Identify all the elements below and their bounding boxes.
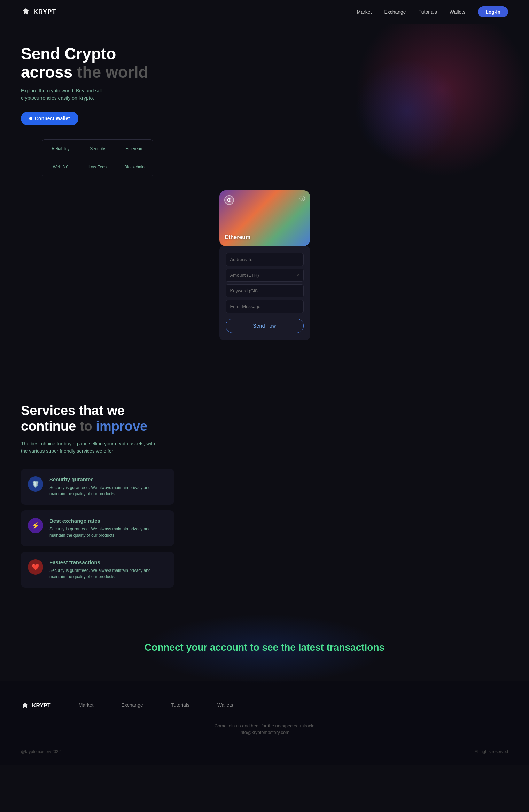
services-section: Services that we continue to improve The… xyxy=(0,375,529,614)
services-title-continue: continue xyxy=(21,419,80,434)
footer: KRYPT Market Exchange Tutorials Wallets … xyxy=(0,681,529,765)
ethereum-card: ⓘ Ethereum xyxy=(219,190,310,246)
nav-links: Market Exchange Tutorials Wallets Log-In xyxy=(357,6,508,17)
footer-logo-text: KRYPT xyxy=(32,703,51,709)
logo-text: KRYPT xyxy=(33,8,56,16)
footer-center: Come join us and hear for the unexpected… xyxy=(21,723,508,735)
hero-bg-glow-pink xyxy=(355,24,529,177)
send-now-button[interactable]: Send now xyxy=(226,319,304,333)
services-title-we: we xyxy=(107,403,125,418)
feature-grid: Reliability Security Ethereum Web 3.0 Lo… xyxy=(42,139,153,176)
nav-wallets[interactable]: Wallets xyxy=(450,9,465,15)
services-title-to: to xyxy=(80,419,96,434)
logo-icon xyxy=(21,8,31,16)
feature-cell-ethereum: Ethereum xyxy=(116,140,153,158)
cta-text: Connect your account to see the latest t… xyxy=(21,642,508,653)
service-desc-exchange: Security is guranteed. We always maintai… xyxy=(49,526,167,538)
amount-input[interactable] xyxy=(226,269,304,282)
footer-bottom: @kryptomastery2022 All rights reserved xyxy=(21,749,508,754)
service-icon-exchange: ⚡ xyxy=(28,518,43,533)
hero-bg-glow-blue xyxy=(355,59,459,163)
connect-wallet-label: Connect Wallet xyxy=(35,116,70,121)
login-button[interactable]: Log-In xyxy=(478,6,508,17)
service-card-exchange: ⚡ Best exchange rates Security is gurant… xyxy=(21,510,174,546)
footer-divider xyxy=(21,742,508,742)
services-title: Services that we continue to improve xyxy=(21,403,188,435)
services-title-normal: Services that xyxy=(21,403,107,418)
footer-logo-icon xyxy=(21,702,29,709)
hero-title-line2-dim: the world xyxy=(77,63,148,81)
amount-icon: ✕ xyxy=(297,273,300,277)
cta-section: Connect your account to see the latest t… xyxy=(0,614,529,681)
services-title-improve: improve xyxy=(96,419,147,434)
send-form: ✕ Send now xyxy=(219,246,310,340)
footer-link-exchange[interactable]: Exchange xyxy=(121,702,143,708)
eth-card-avatar-icon xyxy=(224,195,234,205)
footer-tagline: Come join us and hear for the unexpected… xyxy=(21,723,508,728)
footer-link-tutorials[interactable]: Tutorials xyxy=(171,702,189,708)
feature-cell-security: Security xyxy=(79,140,116,158)
nav-exchange[interactable]: Exchange xyxy=(384,9,406,15)
feature-cell-blockchain: Blockchain xyxy=(116,158,153,176)
footer-email: info@kryptomastery.com xyxy=(21,730,508,735)
hero-section: Send Crypto across the world Explore the… xyxy=(0,24,529,375)
service-card-transactions: ❤️ Fastest transactions Security is gura… xyxy=(21,552,174,588)
eth-card-label: Ethereum xyxy=(225,234,251,240)
services-subtitle: The best choice for buying and selling y… xyxy=(21,440,160,455)
hero-title: Send Crypto across the world xyxy=(21,45,202,82)
nav-tutorials[interactable]: Tutorials xyxy=(419,9,437,15)
logo: KRYPT xyxy=(21,8,56,16)
feature-cell-lowfees: Low Fees xyxy=(79,158,116,176)
footer-link-wallets[interactable]: Wallets xyxy=(217,702,233,708)
service-name-transactions: Fastest transactions xyxy=(49,559,167,565)
service-icon-transactions: ❤️ xyxy=(28,559,43,575)
service-card-security-content: Security gurantee Security is guranteed.… xyxy=(49,476,167,497)
keyword-input[interactable] xyxy=(226,284,304,297)
navbar: KRYPT Market Exchange Tutorials Wallets … xyxy=(0,0,529,24)
feature-cell-reliability: Reliability xyxy=(42,140,79,158)
service-card-security: 🛡️ Security gurantee Security is gurante… xyxy=(21,469,174,505)
footer-rights: All rights reserved xyxy=(475,749,508,754)
footer-logo: KRYPT xyxy=(21,702,51,709)
service-desc-security: Security is guranteed. We always maintai… xyxy=(49,484,167,497)
service-desc-transactions: Security is guranteed. We always maintai… xyxy=(49,567,167,580)
service-card-transactions-content: Fastest transactions Security is gurante… xyxy=(49,559,167,580)
hero-subtitle: Explore the crypto world. Buy and sell c… xyxy=(21,87,125,102)
hero-title-line1: Send Crypto xyxy=(21,45,116,63)
footer-link-market[interactable]: Market xyxy=(79,702,94,708)
connect-wallet-dot xyxy=(29,117,32,120)
service-card-exchange-content: Best exchange rates Security is gurantee… xyxy=(49,518,167,538)
feature-cell-web3: Web 3.0 xyxy=(42,158,79,176)
nav-market[interactable]: Market xyxy=(357,9,372,15)
address-to-input[interactable] xyxy=(226,253,304,266)
eth-card-info-icon: ⓘ xyxy=(299,195,305,202)
message-input[interactable] xyxy=(226,300,304,313)
footer-top: KRYPT Market Exchange Tutorials Wallets xyxy=(21,702,508,709)
service-name-security: Security gurantee xyxy=(49,476,167,482)
service-name-exchange: Best exchange rates xyxy=(49,518,167,524)
footer-copyright: @kryptomastery2022 xyxy=(21,749,61,754)
service-icon-security: 🛡️ xyxy=(28,476,43,492)
card-section: ⓘ Ethereum ✕ Send now xyxy=(21,190,508,361)
connect-wallet-button[interactable]: Connect Wallet xyxy=(21,112,78,125)
hero-title-line2-normal: across xyxy=(21,63,77,81)
amount-input-wrap: ✕ xyxy=(226,269,304,282)
